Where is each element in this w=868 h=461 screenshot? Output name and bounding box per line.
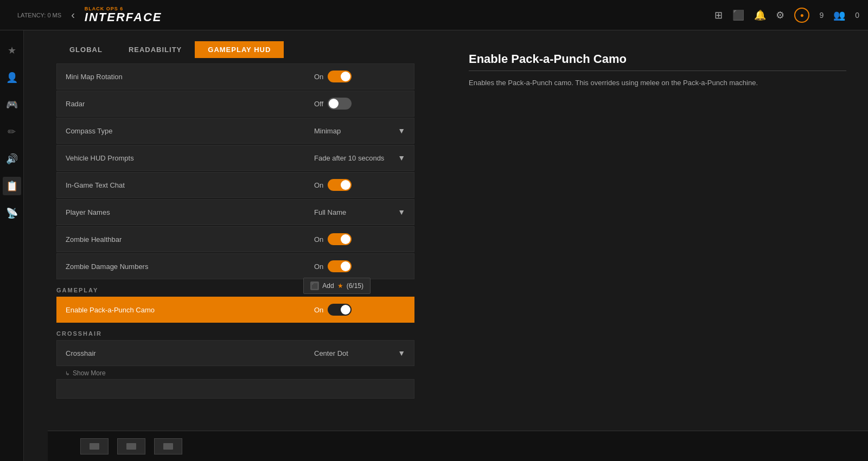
show-more-button[interactable]: ↳ Show More: [56, 367, 414, 379]
friends-icon[interactable]: 👥: [833, 9, 845, 21]
section-header-crosshair: CROSSHAIR: [56, 324, 414, 340]
sidebar-item-favorites[interactable]: ★: [4, 41, 20, 60]
tabs-bar: GLOBAL READABILITY GAMEPLAY HUD: [24, 30, 447, 58]
setting-in-game-text-chat: In-Game Text Chat On: [56, 172, 414, 198]
bottombar: [48, 431, 868, 461]
latency-label: LATENCY: 0 MS: [17, 12, 61, 18]
setting-compass-type: Compass Type Minimap ▼: [56, 118, 414, 144]
tab-gameplay-hud[interactable]: GAMEPLAY HUD: [195, 41, 284, 58]
setting-crosshair: Crosshair Center Dot ▼: [56, 340, 414, 366]
in-game-text-chat-value: On: [305, 172, 414, 197]
bottom-btn-2-icon: [126, 443, 136, 450]
gear-icon[interactable]: ⚙: [776, 9, 784, 21]
zombie-healthbar-value: On: [305, 227, 414, 252]
setting-mini-map-rotation: Mini Map Rotation On: [56, 63, 414, 89]
settings-panel: GLOBAL READABILITY GAMEPLAY HUD Mini Map…: [24, 30, 447, 461]
tooltip-count: (6/15): [347, 282, 363, 290]
sidebar-item-network[interactable]: 📡: [3, 204, 21, 222]
grid-icon[interactable]: ⊞: [714, 9, 723, 21]
tooltip-add-label: Add: [322, 282, 334, 290]
setting-player-names: Player Names Full Name ▼: [56, 199, 414, 225]
player-names-label: Player Names: [57, 202, 305, 223]
show-more-arrow-icon: ↳: [65, 370, 69, 376]
main-content: GLOBAL READABILITY GAMEPLAY HUD Mini Map…: [24, 30, 868, 461]
bell-icon[interactable]: 🔔: [754, 9, 766, 21]
topbar-left: LATENCY: 0 MS ‹ BLACK OPS 6 INTERFACE: [9, 7, 162, 23]
user-count: 0: [855, 11, 859, 20]
bottom-btn-1[interactable]: [80, 438, 108, 454]
compass-type-value[interactable]: Minimap ▼: [305, 120, 414, 142]
add-favorite-tooltip: ⬛ Add ★ (6/15): [303, 278, 371, 294]
back-button[interactable]: ‹: [67, 7, 79, 23]
radar-label: Radar: [57, 93, 305, 114]
radar-toggle[interactable]: [328, 98, 352, 110]
sidebar-item-gameplay[interactable]: 🎮: [3, 95, 21, 114]
info-description: Enables the Pack-a-Punch camo. This over…: [469, 78, 846, 89]
player-names-dropdown-arrow: ▼: [398, 208, 405, 216]
sidebar-item-profile[interactable]: 👤: [3, 68, 21, 87]
compass-type-dropdown-arrow: ▼: [398, 126, 405, 135]
logo-main: INTERFACE: [85, 11, 162, 23]
zombie-healthbar-label: Zombie Healthbar: [57, 229, 305, 250]
bottom-btn-1-icon: [90, 443, 99, 450]
enable-pack-punch-camo-value: On: [305, 297, 414, 322]
info-title: Enable Pack-a-Punch Camo: [469, 52, 846, 71]
compass-type-label: Compass Type: [57, 120, 305, 142]
crosshair-label: Crosshair: [57, 343, 305, 364]
bottom-btn-2[interactable]: [117, 438, 145, 454]
zombie-healthbar-toggle[interactable]: [328, 233, 352, 245]
in-game-text-chat-label: In-Game Text Chat: [57, 175, 305, 196]
sidebar-item-interface[interactable]: 📋: [3, 177, 21, 195]
in-game-text-chat-toggle[interactable]: [328, 179, 352, 191]
bottom-btn-3[interactable]: [154, 438, 182, 454]
topbar-right: ⊞ ⬛ 🔔 ⚙ ● 9 👥 0: [714, 8, 859, 23]
vehicle-hud-dropdown-arrow: ▼: [398, 153, 405, 162]
sidebar: ★ 👤 🎮 ✏ 🔊 📋 📡: [0, 30, 24, 461]
mini-map-rotation-toggle[interactable]: [328, 71, 352, 82]
extra-setting-row: [56, 379, 414, 399]
vehicle-hud-value[interactable]: Fade after 10 seconds ▼: [305, 147, 414, 169]
zombie-damage-numbers-value: On: [305, 254, 414, 279]
setting-zombie-healthbar: Zombie Healthbar On: [56, 226, 414, 252]
bottom-btn-3-icon: [163, 443, 173, 450]
zombie-damage-numbers-toggle[interactable]: [328, 260, 352, 272]
camera-icon[interactable]: ⬛: [732, 9, 744, 21]
vehicle-hud-label: Vehicle HUD Prompts: [57, 148, 305, 169]
player-names-value[interactable]: Full Name ▼: [305, 201, 414, 223]
radar-value: Off: [305, 91, 414, 116]
setting-radar: Radar Off: [56, 91, 414, 117]
sidebar-item-edit[interactable]: ✏: [4, 123, 19, 141]
enable-pack-punch-camo-toggle[interactable]: [328, 304, 352, 316]
crosshair-value[interactable]: Center Dot ▼: [305, 342, 414, 364]
setting-vehicle-hud: Vehicle HUD Prompts Fade after 10 second…: [56, 145, 414, 171]
zombie-damage-numbers-label: Zombie Damage Numbers: [57, 256, 305, 277]
setting-enable-pack-punch-camo: Enable Pack-a-Punch Camo ★ On ⬛ Add ★ (6…: [56, 297, 414, 323]
enable-pack-punch-camo-label: Enable Pack-a-Punch Camo: [57, 299, 291, 321]
tab-readability[interactable]: READABILITY: [116, 41, 195, 58]
mini-map-rotation-value: On: [305, 64, 414, 89]
setting-zombie-damage-numbers: Zombie Damage Numbers On: [56, 253, 414, 279]
show-more-label: Show More: [73, 369, 106, 377]
notification-count: 9: [819, 11, 824, 20]
settings-list: Mini Map Rotation On Radar Off Compass T…: [24, 58, 447, 461]
pack-punch-star-icon[interactable]: ★: [295, 306, 301, 313]
info-panel: Enable Pack-a-Punch Camo Enables the Pac…: [447, 30, 868, 461]
profile-circle-icon[interactable]: ●: [794, 8, 809, 23]
tooltip-controller-icon: ⬛: [310, 281, 319, 290]
mini-map-rotation-label: Mini Map Rotation: [57, 66, 305, 87]
sidebar-item-audio[interactable]: 🔊: [3, 150, 21, 168]
topbar: LATENCY: 0 MS ‹ BLACK OPS 6 INTERFACE ⊞ …: [0, 0, 868, 30]
tooltip-star-icon: ★: [337, 282, 343, 290]
crosshair-dropdown-arrow: ▼: [398, 349, 405, 357]
tab-global[interactable]: GLOBAL: [56, 41, 116, 58]
logo: BLACK OPS 6 INTERFACE: [85, 7, 162, 23]
